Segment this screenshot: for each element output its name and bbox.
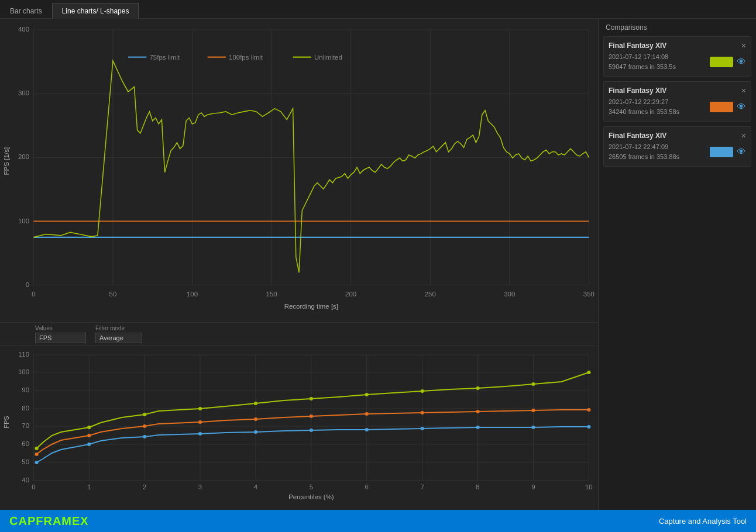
footer-logo: CAPFRAMEX: [9, 514, 89, 528]
svg-point-84: [365, 428, 369, 431]
svg-text:60: 60: [22, 440, 29, 447]
svg-text:0: 0: [32, 483, 35, 490]
tab-bar-charts[interactable]: Bar charts: [0, 3, 52, 19]
comparison-2-game: Final Fantasy XIV: [609, 132, 666, 140]
values-select[interactable]: FPS Frametimes GPU Load CPU Load: [35, 333, 86, 343]
values-control: Values FPS Frametimes GPU Load CPU Load: [35, 325, 86, 343]
comparison-0-eye[interactable]: 👁: [737, 57, 746, 67]
bottom-chart-svg: 40 50 60 70 80 90 100 110 0 1 2 3 4 5 6 …: [0, 346, 598, 510]
comparison-card-1: Final Fantasy XIV × 2021-07-12 22:29:27 …: [603, 81, 751, 122]
footer: CAPFRAMEX Capture and Analysis Tool: [0, 510, 756, 532]
svg-text:0: 0: [26, 281, 29, 288]
svg-point-78: [35, 461, 38, 464]
svg-point-108: [476, 386, 479, 390]
svg-text:300: 300: [504, 290, 515, 297]
svg-point-94: [310, 414, 313, 418]
comparison-card-0-header: Final Fantasy XIV ×: [609, 42, 746, 50]
svg-point-96: [421, 411, 424, 414]
svg-text:5: 5: [310, 483, 313, 490]
svg-text:10: 10: [585, 483, 593, 490]
svg-point-109: [531, 382, 535, 386]
svg-text:Recording time [s]: Recording time [s]: [284, 303, 338, 310]
comparison-1-frames: 34240 frames in 353.58s: [609, 107, 679, 117]
svg-text:300: 300: [18, 89, 29, 96]
svg-text:40: 40: [22, 476, 29, 483]
svg-text:70: 70: [22, 422, 29, 429]
svg-text:80: 80: [22, 405, 29, 412]
comparison-0-close[interactable]: ×: [741, 42, 746, 50]
svg-text:400: 400: [18, 26, 29, 33]
footer-tagline: Capture and Analysis Tool: [659, 517, 747, 526]
svg-point-101: [87, 426, 91, 429]
sidebar: Comparisons Final Fantasy XIV × 2021-07-…: [598, 19, 756, 510]
comparison-0-game: Final Fantasy XIV: [609, 42, 666, 50]
charts-area: 0 100 200 300 400 0 50 100 150 200 250 3…: [0, 19, 598, 510]
svg-text:Unlimited: Unlimited: [314, 54, 342, 61]
svg-text:50: 50: [22, 458, 29, 465]
svg-text:250: 250: [425, 290, 436, 297]
tab-bar: Bar charts Line charts/ L-shapes: [0, 0, 756, 19]
svg-text:Percentiles (%): Percentiles (%): [288, 493, 334, 500]
values-label: Values: [35, 325, 86, 331]
chart-controls: Values FPS Frametimes GPU Load CPU Load …: [0, 323, 598, 346]
svg-text:100fps limit: 100fps limit: [229, 54, 263, 61]
comparison-2-right: 👁: [710, 147, 746, 157]
comparison-0-frames: 59047 frames in 353.5s: [609, 62, 676, 72]
svg-point-99: [587, 408, 590, 412]
svg-point-106: [365, 393, 369, 396]
svg-point-85: [421, 427, 424, 430]
comparison-0-swatch: [710, 57, 733, 67]
footer-logo-text: APFRAMEX: [18, 514, 88, 527]
svg-text:100: 100: [18, 217, 29, 224]
svg-point-91: [143, 424, 146, 428]
svg-text:0: 0: [32, 290, 35, 297]
svg-point-80: [143, 435, 146, 438]
comparison-1-eye[interactable]: 👁: [737, 102, 746, 112]
svg-text:350: 350: [583, 290, 595, 297]
svg-point-98: [531, 409, 535, 412]
comparison-1-swatch: [710, 102, 733, 112]
comparison-2-eye[interactable]: 👁: [737, 147, 746, 157]
svg-rect-0: [0, 19, 598, 322]
comparison-2-close[interactable]: ×: [741, 132, 746, 140]
filter-select[interactable]: Average None Median: [95, 333, 142, 343]
svg-text:7: 7: [420, 483, 424, 490]
comparison-0-info: 2021-07-12 17:14:08 59047 frames in 353.…: [609, 52, 676, 71]
comparison-1-info: 2021-07-12 22:29:27 34240 frames in 353.…: [609, 97, 679, 116]
svg-text:75fps limit: 75fps limit: [149, 54, 180, 61]
svg-point-89: [35, 452, 38, 456]
svg-point-103: [198, 407, 202, 410]
svg-text:6: 6: [365, 483, 369, 490]
svg-point-83: [310, 429, 313, 432]
svg-point-92: [198, 420, 202, 424]
svg-text:100: 100: [187, 290, 198, 297]
comparison-2-date: 2021-07-12 22:47:09: [609, 142, 679, 152]
svg-text:200: 200: [345, 290, 356, 297]
svg-point-105: [310, 397, 313, 400]
svg-text:FPS: FPS: [2, 416, 9, 428]
svg-point-102: [143, 413, 146, 416]
svg-text:4: 4: [254, 483, 257, 490]
svg-text:150: 150: [266, 290, 277, 297]
comparison-1-close[interactable]: ×: [741, 87, 746, 95]
comparison-card-2: Final Fantasy XIV × 2021-07-12 22:47:09 …: [603, 126, 751, 167]
comparison-2-frames: 26505 frames in 353.88s: [609, 152, 679, 162]
svg-point-82: [254, 430, 257, 434]
comparison-1-right: 👁: [710, 102, 746, 112]
comparison-2-swatch: [710, 147, 733, 157]
comparison-card-0: Final Fantasy XIV × 2021-07-12 17:14:08 …: [603, 36, 751, 77]
svg-point-88: [587, 425, 590, 429]
top-chart-svg: 0 100 200 300 400 0 50 100 150 200 250 3…: [0, 19, 598, 322]
tab-line-charts[interactable]: Line charts/ L-shapes: [52, 3, 139, 19]
comparison-card-1-header: Final Fantasy XIV ×: [609, 87, 746, 95]
svg-text:100: 100: [18, 368, 29, 375]
svg-point-97: [476, 410, 479, 413]
footer-logo-c: C: [9, 514, 18, 527]
comparison-card-2-header: Final Fantasy XIV ×: [609, 132, 746, 140]
svg-point-107: [421, 389, 424, 393]
svg-text:50: 50: [109, 290, 117, 297]
top-chart-container: 0 100 200 300 400 0 50 100 150 200 250 3…: [0, 19, 598, 323]
comparison-0-right: 👁: [710, 57, 746, 67]
svg-point-86: [476, 426, 479, 429]
svg-point-104: [254, 402, 257, 405]
